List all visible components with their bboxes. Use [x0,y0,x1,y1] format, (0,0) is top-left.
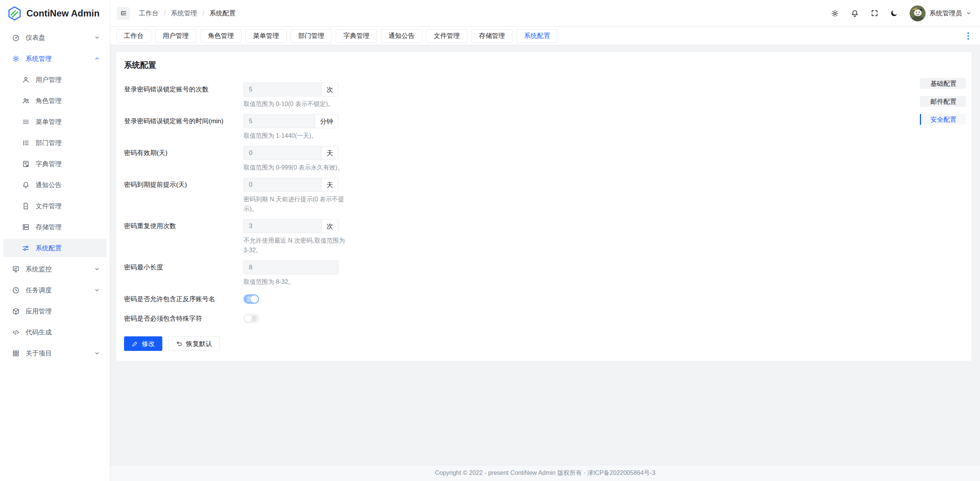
field-label: 密码有效期(天) [124,146,243,172]
tree-list-icon [22,139,30,147]
users-icon [22,97,30,105]
bell-icon [22,181,30,189]
breadcrumb: 工作台 / 系统管理 / 系统配置 [139,9,235,18]
user-menu[interactable]: 系统管理员 [910,5,972,21]
tab-department-management[interactable]: 部门管理 [291,29,332,42]
lock-count-input[interactable] [244,83,321,96]
gear-icon [12,55,20,63]
tab-dictionary-management[interactable]: 字典管理 [336,29,377,42]
input-unit: 分钟 [315,115,338,128]
allow-account-name-switch[interactable]: 是 [243,294,259,304]
restore-default-button[interactable]: 恢复默认 [168,336,220,351]
sliders-icon [22,244,30,252]
sidebar-item-user-management[interactable]: 用户管理 [3,70,106,89]
sidebar-menu: 仪表盘 系统管理 用户管理 [0,27,110,367]
file-icon [22,202,30,210]
chevron-up-icon [94,56,100,62]
tab-file-management[interactable]: 文件管理 [426,29,467,42]
password-expiry-input[interactable] [244,147,321,160]
anchor-basic-config[interactable]: 基础配置 [920,78,966,89]
anchor-mail-config[interactable]: 邮件配置 [920,96,966,107]
dark-mode-button[interactable] [890,9,898,17]
chevron-down-icon [94,351,100,356]
input-unit: 天 [321,147,338,160]
dictionary-icon [22,160,30,168]
password-reuse-input-group: 次 [243,219,338,233]
config-anchor-nav: 基础配置 邮件配置 安全配置 [920,78,966,125]
main-content: 系统配置 登录密码错误锁定账号的次数 次 取值范围为 0-10(0 表示不锁定)… [110,45,980,465]
sidebar-item-app-management[interactable]: 应用管理 [3,302,106,320]
input-unit: 次 [321,83,338,96]
field-help: 取值范围为 0-999(0 表示永久有效)。 [243,163,351,172]
sidebar-item-system-config[interactable]: 系统配置 [3,239,106,257]
form-row: 登录密码错误锁定账号的时间(min) 分钟 取值范围为 1-1440(一天)。 [124,114,964,140]
chevron-down-icon [966,10,972,16]
sidebar-item-department-management[interactable]: 部门管理 [3,134,106,152]
field-help: 取值范围为 0-10(0 表示不锁定)。 [243,99,351,109]
sidebar-item-dashboard[interactable]: 仪表盘 [3,28,106,47]
tab-system-config[interactable]: 系统配置 [516,29,558,42]
notifications-button[interactable] [851,9,859,18]
tab-storage-management[interactable]: 存储管理 [471,29,513,42]
require-special-char-switch[interactable]: 否 [243,314,259,323]
settings-button[interactable] [831,9,839,18]
anchor-security-config[interactable]: 安全配置 [920,114,966,125]
field-label: 密码重复使用次数 [124,219,243,255]
field-help: 密码到期 N 天前进行提示(0 表示不提示)。 [243,194,351,214]
menu-lines-icon [22,118,30,126]
tab-user-management[interactable]: 用户管理 [155,29,196,42]
dashboard-icon [12,34,20,42]
fullscreen-button[interactable] [871,9,879,17]
app-logo[interactable]: ContiNew Admin [0,0,110,27]
form-row: 密码是否必须包含特殊字符 否 [124,312,964,326]
sidebar-item-code-generator[interactable]: 代码生成 [3,323,106,341]
input-unit: 天 [321,178,338,191]
form-row: 密码是否允许包含正反序账号名 是 [124,292,964,306]
lock-time-input[interactable] [244,115,315,128]
switch-knob [251,295,258,303]
form-row: 登录密码错误锁定账号的次数 次 取值范围为 0-10(0 表示不锁定)。 [124,83,964,109]
app-title: ContiNew Admin [26,8,100,19]
field-label: 密码是否必须包含特殊字符 [124,312,243,326]
user-icon [22,76,30,84]
sidebar-item-menu-management[interactable]: 菜单管理 [3,113,106,131]
sidebar-item-about-project[interactable]: 关于项目 [3,344,106,362]
password-reuse-input[interactable] [244,220,321,233]
tab-menu-management[interactable]: 菜单管理 [245,29,287,42]
password-expiry-input-group: 天 [243,146,338,160]
breadcrumb-separator: / [164,10,166,17]
sidebar-item-system-monitor[interactable]: 系统监控 [3,260,106,278]
footer: Copyright © 2022 - present ContiNew Admi… [110,465,980,481]
topbar: 工作台 / 系统管理 / 系统配置 [110,0,980,27]
expiry-warning-input[interactable] [244,178,321,191]
save-button[interactable]: 修改 [124,336,162,351]
undo-icon [176,341,183,347]
breadcrumb-item[interactable]: 系统管理 [171,9,197,18]
min-length-input[interactable] [244,261,338,274]
sidebar-item-role-management[interactable]: 角色管理 [3,91,106,110]
sidebar-item-file-management[interactable]: 文件管理 [3,197,106,215]
cube-icon [12,307,20,315]
tab-notice[interactable]: 通知公告 [381,29,422,42]
sidebar-item-system-management[interactable]: 系统管理 [3,49,106,68]
sidebar-item-notice[interactable]: 通知公告 [3,176,106,194]
chevron-down-icon [94,35,100,41]
sidebar-item-storage-management[interactable]: 存储管理 [3,218,106,236]
form-row: 密码到期提前提示(天) 天 密码到期 N 天前进行提示(0 表示不提示)。 [124,178,964,214]
sidebar-item-task-scheduler[interactable]: 任务调度 [3,281,106,299]
chevron-down-icon [94,287,100,293]
tab-role-management[interactable]: 角色管理 [200,29,242,42]
input-unit: 次 [321,220,338,233]
tab-workbench[interactable]: 工作台 [116,29,151,42]
expiry-warning-input-group: 天 [243,178,338,192]
sidebar-item-dictionary-management[interactable]: 字典管理 [3,155,106,173]
breadcrumb-separator: / [203,10,204,17]
user-name: 系统管理员 [929,9,962,18]
grid-icon [12,349,20,357]
form-actions: 修改 恢复默认 [124,336,964,351]
field-label: 登录密码错误锁定账号的时间(min) [124,114,243,140]
breadcrumb-item[interactable]: 工作台 [139,9,158,18]
field-help: 取值范围为 8-32。 [243,277,351,287]
tab-more-icon[interactable]: ⋮ [962,30,975,42]
sidebar-collapse-button[interactable] [117,7,130,20]
